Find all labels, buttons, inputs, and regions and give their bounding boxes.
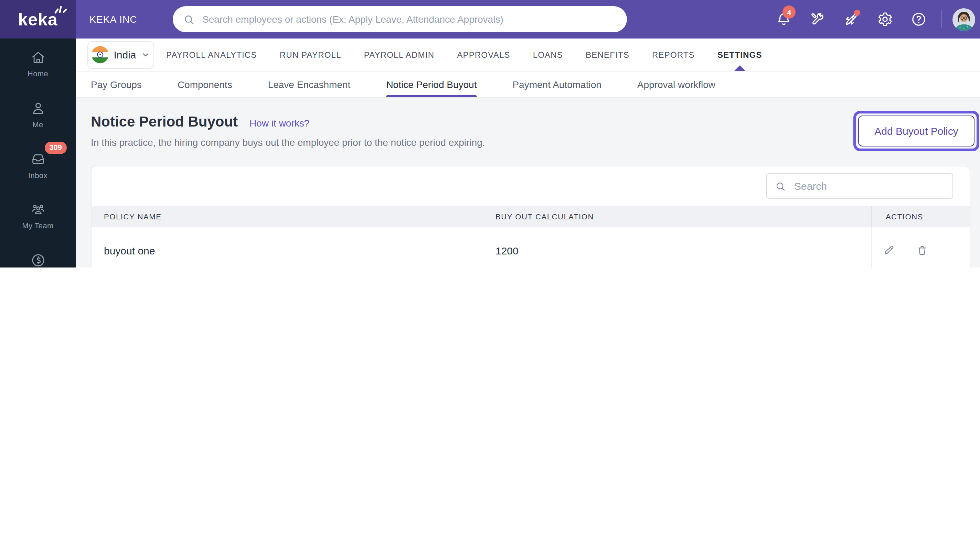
chevron-down-icon: [141, 50, 150, 59]
header-divider: [941, 10, 942, 28]
notifications-button[interactable]: 4: [776, 11, 792, 27]
delete-button[interactable]: [916, 244, 928, 257]
cell-policy-name: buyout one: [92, 244, 494, 256]
india-flag-icon: [92, 46, 109, 63]
country-label: India: [113, 49, 136, 60]
rocket-notification-dot: [854, 10, 860, 16]
sidebar-item-label: Home: [27, 70, 48, 78]
subnav-item-settings[interactable]: SETTINGS: [706, 38, 773, 71]
avatar-image: [953, 8, 975, 30]
dollar-icon: [30, 252, 46, 268]
table-header-row: POLICY NAME BUY OUT CALCULATION ACTIONS: [92, 206, 970, 227]
sidebar-item-my-team[interactable]: My Team: [0, 191, 76, 241]
app-window: keka KEKA INC 4: [0, 0, 980, 268]
subnav-item-run-payroll[interactable]: RUN PAYROLL: [269, 38, 353, 71]
subnav-item-payroll-analytics[interactable]: PAYROLL ANALYTICS: [155, 38, 269, 71]
sidebar-item-home[interactable]: Home: [0, 38, 76, 89]
subnav-item-payroll-admin[interactable]: PAYROLL ADMIN: [353, 38, 446, 71]
tools-button[interactable]: [809, 11, 826, 27]
table-search-input[interactable]: [793, 179, 953, 192]
keka-logo: keka: [0, 0, 76, 38]
company-name: KEKA INC: [89, 14, 165, 25]
whats-new-button[interactable]: [843, 11, 859, 27]
gear-icon: [877, 11, 893, 27]
sidebar-item-me[interactable]: Me: [0, 89, 76, 140]
sidebar-item-my-finances[interactable]: My Finances: [0, 241, 76, 268]
person-icon: [30, 100, 46, 116]
search-icon: [183, 13, 195, 25]
tab-pay-groups[interactable]: Pay Groups: [91, 71, 142, 97]
global-search-input[interactable]: [201, 13, 627, 25]
subnav-item-benefits[interactable]: BENEFITS: [574, 38, 641, 71]
team-icon: [30, 202, 46, 217]
home-icon: [30, 50, 46, 66]
subnav-item-approvals[interactable]: APPROVALS: [445, 38, 521, 71]
buyout-policies-card: POLICY NAME BUY OUT CALCULATION ACTIONS …: [91, 166, 970, 268]
add-buyout-policy-button[interactable]: Add Buyout Policy: [858, 116, 975, 146]
top-header: KEKA INC 4: [76, 0, 980, 38]
tab-components[interactable]: Components: [178, 71, 232, 97]
payroll-subnav: India PAYROLL ANALYTICS RUN PAYROLL PAYR…: [76, 38, 980, 71]
tab-payment-automation[interactable]: Payment Automation: [512, 71, 601, 97]
column-header-actions: ACTIONS: [871, 206, 970, 227]
table-row: buyout one 1200: [92, 227, 970, 268]
settings-tabs: Pay Groups Components Leave Encashment N…: [76, 71, 980, 98]
page-description: In this practice, the hiring company buy…: [91, 137, 485, 148]
help-button[interactable]: [910, 11, 927, 27]
table-search[interactable]: [766, 173, 953, 199]
global-search[interactable]: [173, 6, 627, 32]
cell-buy-out-calculation: 1200: [494, 244, 871, 256]
how-it-works-link[interactable]: How it works?: [250, 117, 309, 129]
edit-button[interactable]: [883, 244, 895, 257]
tools-icon: [809, 11, 826, 27]
add-buyout-policy-highlight-ring: Add Buyout Policy: [853, 111, 979, 151]
help-icon: [910, 11, 927, 27]
page-title: Notice Period Buyout: [91, 113, 238, 130]
settings-button[interactable]: [877, 11, 893, 27]
sidebar-item-label: Inbox: [28, 171, 48, 179]
logo-text: keka: [18, 9, 57, 29]
pencil-icon: [883, 244, 895, 257]
tab-leave-encashment[interactable]: Leave Encashment: [268, 71, 351, 97]
logo-spark-icon: [54, 3, 67, 14]
user-avatar[interactable]: [953, 8, 975, 30]
tab-notice-period-buyout[interactable]: Notice Period Buyout: [386, 71, 477, 97]
subnav-item-reports[interactable]: REPORTS: [641, 38, 706, 71]
sidebar-item-label: Me: [32, 120, 43, 129]
notification-badge: 4: [783, 5, 795, 19]
sidebar-nav: Home Me 309 Inbox My Team: [0, 38, 76, 268]
subnav-item-loans[interactable]: LOANS: [522, 38, 574, 71]
trash-icon: [916, 244, 928, 257]
search-icon: [775, 181, 786, 192]
sidebar-item-label: My Team: [22, 222, 54, 230]
inbox-icon: [30, 151, 46, 167]
column-header-policy-name: POLICY NAME: [92, 213, 494, 221]
column-header-buy-out-calculation: BUY OUT CALCULATION: [494, 213, 871, 221]
tab-approval-workflow[interactable]: Approval workflow: [637, 71, 715, 97]
country-selector[interactable]: India: [88, 41, 154, 68]
inbox-badge: 309: [45, 142, 67, 154]
sidebar-item-inbox[interactable]: 309 Inbox: [0, 140, 76, 191]
